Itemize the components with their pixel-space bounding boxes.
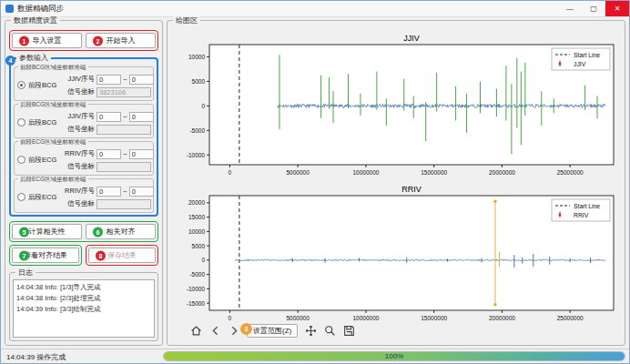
set-range-button[interactable]: 3 设置范围(Z) [247,324,298,338]
minimize-button[interactable]: — [558,1,582,16]
seq-label: JJIV序号 [62,112,95,121]
status-bar: 14:04:39 操作完成 100% [1,349,629,363]
radio-rear-bcg[interactable]: 后段BCG [17,118,56,127]
svg-text:0: 0 [229,315,232,321]
svg-text:-15000: -15000 [187,300,206,307]
param-group-title: 参数输入 [16,53,51,63]
pan-icon[interactable] [304,324,317,337]
rriv-chart[interactable]: RRIV-15000-10000-50000500010000150002000… [173,183,619,321]
param-input-group: 参数输入 4 前段BCG区域坐标标准端 前段BCG JJIV序号 ~ [9,57,158,217]
settings-group-title: 数据精度设置 [11,15,60,25]
radio-label: 后段BCG [28,118,56,127]
back-icon[interactable] [208,324,221,337]
window-title: 数据精确同步 [17,4,64,15]
view-result-box: 7 查看对齐结果 [9,245,82,266]
svg-text:10000: 10000 [188,228,205,235]
svg-text:JJIV: JJIV [574,61,586,67]
import-settings-button[interactable]: 1 导入设置 [12,33,82,48]
save-result-label: 保存结果 [107,251,137,259]
radio-icon [17,81,25,89]
coord-input[interactable] [97,199,151,209]
radio-label: 后段ECG [28,193,56,202]
calc-correlation-label: 计算相关性 [29,228,66,236]
section-title: 后段BCG区域坐标标准端 [18,101,88,109]
action-buttons: 5 计算相关性 6 相关对齐 7 查看对齐结果 [9,221,158,266]
save-icon[interactable] [342,324,355,337]
svg-text:-5000: -5000 [189,127,205,134]
progress-label: 100% [164,352,625,360]
log-group-title: 日志 [15,268,36,278]
radio-icon [17,118,25,126]
seq-to-input[interactable] [129,112,154,122]
radio-front-bcg[interactable]: 前段BCG [17,81,56,90]
titlebar: 数据精确同步 — ▢ ✕ [1,1,629,17]
step-badge-3: 3 [240,323,252,335]
window-controls: — ▢ ✕ [558,1,629,16]
view-result-button[interactable]: 7 查看对齐结果 [12,248,79,263]
svg-text:25000000: 25000000 [557,169,584,176]
main-content: 数据精度设置 1 导入设置 2 开始导入 参数输入 4 前段BCG区域 [1,18,629,348]
log-list[interactable]: 14:04:38 Info: [1/3]导入完成 14:04:38 Info: … [13,279,155,338]
param-section-rear-ecg: 后段ECG区域坐标标准端 后段ECG RRIV序号 ~ 信号坐标 [14,178,154,213]
seq-from-input[interactable] [97,112,121,122]
coord-label: 信号坐标 [62,125,95,134]
maximize-button[interactable]: ▢ [582,1,605,16]
app-icon [5,5,14,13]
radio-rear-ecg[interactable]: 后段ECG [17,193,56,202]
zoom-icon[interactable] [323,324,336,337]
seq-label: RRIV序号 [62,149,95,158]
param-section-front-bcg: 前段BCG区域坐标标准端 前段BCG JJIV序号 ~ 信号坐标 [14,66,154,101]
home-icon[interactable] [189,324,202,337]
start-import-label: 开始导入 [107,36,136,45]
correlation-align-button[interactable]: 6 相关对齐 [86,224,156,239]
start-import-button[interactable]: 2 开始导入 [86,33,156,48]
svg-text:5000: 5000 [192,78,206,85]
seq-from-input[interactable] [97,149,121,159]
close-button[interactable]: ✕ [605,1,629,16]
svg-text:5000000: 5000000 [287,315,310,321]
svg-text:15000000: 15000000 [421,315,447,321]
log-line: 14:04:39 Info: [3/3]绘制完成 [16,304,151,315]
tilde-separator: ~ [123,187,127,196]
seq-to-input[interactable] [129,75,154,85]
save-result-button[interactable]: 8 保存结果 [88,248,156,263]
coord-input[interactable] [97,87,151,97]
svg-text:5000000: 5000000 [287,169,310,176]
progress-bar: 100% [163,351,625,361]
correlation-box: 5 计算相关性 6 相关对齐 [9,221,158,242]
app-window: 数据精确同步 — ▢ ✕ 数据精度设置 1 导入设置 2 开始导入 [0,0,630,364]
seq-to-input[interactable] [129,187,154,197]
import-settings-label: 导入设置 [33,36,62,45]
coord-input[interactable] [97,162,151,172]
view-result-label: 查看对齐结果 [24,251,67,259]
step-badge-6: 6 [93,227,103,237]
tilde-separator: ~ [123,76,127,84]
import-button-box: 1 导入设置 2 开始导入 [9,30,158,51]
radio-label: 前段ECG [28,156,56,165]
plot-area-group: 绘图区 JJIV-10000-5000050001000005000000100… [167,20,625,346]
param-section-rear-bcg: 后段BCG区域坐标标准端 后段BCG JJIV序号 ~ 信号坐标 [14,104,154,138]
seq-from-input[interactable] [97,187,121,197]
radio-front-ecg[interactable]: 前段ECG [17,156,56,165]
svg-text:25000000: 25000000 [557,315,584,321]
svg-text:RRIV: RRIV [401,185,422,194]
forward-icon[interactable] [228,324,240,337]
svg-text:Start Line: Start Line [574,203,600,209]
coord-input[interactable] [97,125,151,135]
svg-text:5000: 5000 [192,243,206,249]
seq-from-input[interactable] [97,75,121,85]
svg-text:0: 0 [201,257,205,263]
status-text: 14:04:39 操作完成 [6,352,66,362]
set-range-label: 设置范围(Z) [253,327,291,335]
calc-correlation-button[interactable]: 5 计算相关性 [12,224,82,239]
jjiv-chart[interactable]: JJIV-10000-50000500010000050000001000000… [173,32,619,176]
seq-to-input[interactable] [129,149,154,159]
svg-text:15000000: 15000000 [421,169,447,176]
svg-text:RRIV: RRIV [574,212,589,218]
log-group: 日志 14:04:38 Info: [1/3]导入完成 14:04:38 Inf… [9,272,158,341]
tilde-separator: ~ [123,113,127,121]
svg-text:20000000: 20000000 [489,169,515,176]
svg-text:20000000: 20000000 [489,315,515,321]
right-panel: 绘图区 JJIV-10000-5000050001000005000000100… [167,20,625,346]
coord-label: 信号坐标 [62,162,95,171]
